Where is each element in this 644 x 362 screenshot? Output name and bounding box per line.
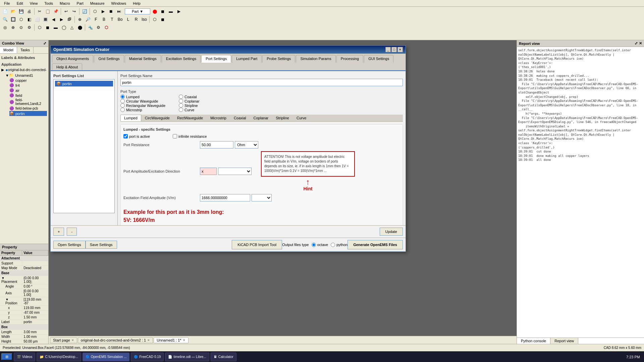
tab-probe-settings[interactable]: Probe Settings — [262, 55, 295, 63]
port-active-text: port is active — [129, 134, 150, 138]
example-header: Example for this port as it is 3mm long: — [123, 208, 400, 216]
microstrip-radio-label[interactable]: Microstrip — [120, 108, 165, 112]
tab-simulation-params[interactable]: Simulation Params — [296, 55, 335, 63]
port-name-input[interactable] — [120, 79, 403, 86]
portin-icon-list: 📦 — [56, 81, 61, 86]
minimize-btn[interactable]: _ — [385, 47, 391, 52]
coaxial-radio-label[interactable]: Coaxial — [179, 95, 200, 99]
port-name-label: Port Settings Name — [120, 74, 403, 78]
infinite-resistance-text: infinite resistance — [178, 134, 207, 138]
port-resistance-row: Port Resistance Ohm — [123, 141, 400, 148]
port-type-section: Port Type Lumped Circular Waveguide — [120, 89, 403, 112]
port-resistance-value-group: Ohm — [200, 141, 258, 148]
circular-radio[interactable] — [120, 99, 125, 103]
octave-radio-btn[interactable] — [312, 243, 316, 247]
octave-label: octave — [317, 243, 328, 247]
port-direction-label: Port Amplitude/Excitation Direction — [123, 169, 197, 173]
stripline-radio[interactable] — [179, 103, 183, 108]
modal-controls: _ □ ✕ — [385, 47, 403, 52]
tab-gui-settings[interactable]: GUI Settings — [364, 55, 393, 63]
excitation-unit-select[interactable] — [252, 194, 272, 201]
port-direction-value-group — [200, 168, 252, 175]
remove-port-btn[interactable]: - — [67, 228, 77, 236]
python-radio-btn[interactable] — [331, 243, 335, 247]
rect-radio-label[interactable]: Rectangular Waveguide — [120, 103, 165, 108]
inner-tab-lumped[interactable]: Lumped — [120, 115, 141, 121]
excitation-label: Excitation Field Amplitude (V/m) — [123, 196, 197, 200]
curve-radio[interactable] — [179, 108, 183, 112]
generate-btn[interactable]: Generate OpenEMS Files — [347, 240, 403, 249]
stripline-radio-label[interactable]: Stripline — [179, 103, 200, 108]
port-type-options: Lumped Circular Waveguide Rectangular Wa… — [120, 95, 403, 112]
port-settings-panel: Port Settings Name Port Type Lumped — [118, 71, 406, 225]
lumped-header: Lumped - specific Settings — [123, 127, 400, 131]
modal-body: Port Settings List 📦 portin Port Setting… — [51, 71, 406, 225]
port-direction-input[interactable] — [200, 168, 217, 175]
octave-radio-label[interactable]: octave — [312, 243, 328, 247]
checkboxes-row: port is active infinite resistance — [123, 134, 400, 138]
inner-tab-microstrip[interactable]: Microstrip — [207, 115, 230, 121]
coplanar-radio[interactable] — [179, 99, 183, 103]
coplanar-radio-label[interactable]: Coplanar — [179, 99, 200, 103]
infinite-resistance-label[interactable]: infinite resistance — [173, 134, 207, 138]
excitation-input[interactable] — [200, 194, 250, 201]
port-active-checkbox[interactable] — [123, 134, 128, 138]
port-resistance-label: Port Resistance — [123, 143, 197, 147]
inner-tab-circwaveguide[interactable]: CircWaveguide — [141, 115, 173, 121]
inner-tabs: Lumped CircWaveguide RectWaveguide Micro… — [120, 115, 403, 122]
curve-radio-label[interactable]: Curve — [179, 108, 200, 112]
port-active-label[interactable]: port is active — [123, 134, 150, 138]
lumped-settings: Lumped - specific Settings port is activ… — [120, 124, 403, 225]
infinite-resistance-wrap: infinite resistance — [173, 134, 207, 138]
circular-radio-label[interactable]: Circular Waveguide — [120, 99, 165, 103]
kicad-btn[interactable]: KiCAD PCB Import Tool — [232, 240, 282, 249]
port-resistance-input[interactable] — [200, 141, 233, 148]
tab-processing[interactable]: Processing — [336, 55, 363, 63]
modal-bottom: + - Update — [51, 225, 406, 238]
inner-tab-rectwaveguide[interactable]: RectWaveguide — [173, 115, 207, 121]
port-direction-row: Port Amplitude/Excitation Direction — [123, 151, 400, 191]
inner-tab-stripline[interactable]: Stripline — [272, 115, 293, 121]
tab-port-settings[interactable]: Port Settings — [201, 55, 231, 63]
freecad-window: File Edit View Tools Macro Part Measure … — [0, 0, 644, 362]
port-types-left: Lumped Circular Waveguide Rectangular Wa… — [120, 95, 165, 112]
microstrip-radio[interactable] — [120, 108, 125, 112]
open-settings-btn[interactable]: Open Settings — [53, 241, 86, 249]
port-resistance-unit[interactable]: Ohm — [235, 141, 258, 148]
python-radio-label[interactable]: python — [331, 243, 347, 247]
tab-grid-settings[interactable]: Grid Settings — [94, 55, 124, 63]
excitation-row: Excitation Field Amplitude (V/m) — [123, 194, 400, 201]
lumped-radio-label[interactable]: Lumped — [120, 95, 165, 99]
tab-lumped-part[interactable]: Lumped Part — [232, 55, 262, 63]
tab-excitation-settings[interactable]: Excitation Settings — [162, 55, 201, 63]
example-line1: 5V: 1666V/m — [123, 216, 400, 224]
hint-arrow-icon: ↑ — [261, 178, 355, 186]
save-settings-btn[interactable]: Save Settings — [86, 241, 117, 249]
rect-radio[interactable] — [120, 103, 125, 108]
excitation-value-group — [200, 194, 272, 201]
port-type-label: Port Type — [120, 89, 403, 94]
output-type-group: Output files type octave python — [282, 243, 347, 247]
port-list: 📦 portin — [53, 79, 115, 213]
update-btn[interactable]: Update — [380, 228, 403, 236]
maximize-btn[interactable]: □ — [391, 47, 397, 52]
hint-arrow-container: ↑ Hint — [261, 178, 355, 191]
port-direction-select[interactable] — [218, 168, 252, 175]
hint-container: ATTENTION! This is not voltage amplitude… — [261, 151, 355, 191]
add-port-btn[interactable]: + — [53, 228, 64, 236]
port-types-right: Coaxial Coplanar Stripline Curve — [179, 95, 200, 112]
portin-list-item[interactable]: 📦 portin — [55, 81, 113, 86]
inner-tab-curve[interactable]: Curve — [293, 115, 310, 121]
port-name-group: Port Settings Name — [120, 74, 403, 86]
coaxial-radio[interactable] — [179, 95, 183, 99]
infinite-resistance-checkbox[interactable] — [173, 134, 177, 138]
modal-titlebar: OpenEMS Simulation Creator _ □ ✕ — [51, 46, 406, 54]
tab-material-settings[interactable]: Material Settings — [125, 55, 161, 63]
inner-tab-coaxial[interactable]: Coaxial — [230, 115, 250, 121]
close-btn[interactable]: ✕ — [397, 47, 403, 52]
lumped-radio[interactable] — [120, 95, 125, 99]
inner-tab-coplanar[interactable]: Coplanar — [250, 115, 272, 121]
tab-object-assignments[interactable]: Object Assignments — [52, 55, 93, 63]
output-type-label: Output files type — [282, 243, 309, 247]
tab-help-about[interactable]: Help & About — [52, 63, 82, 70]
